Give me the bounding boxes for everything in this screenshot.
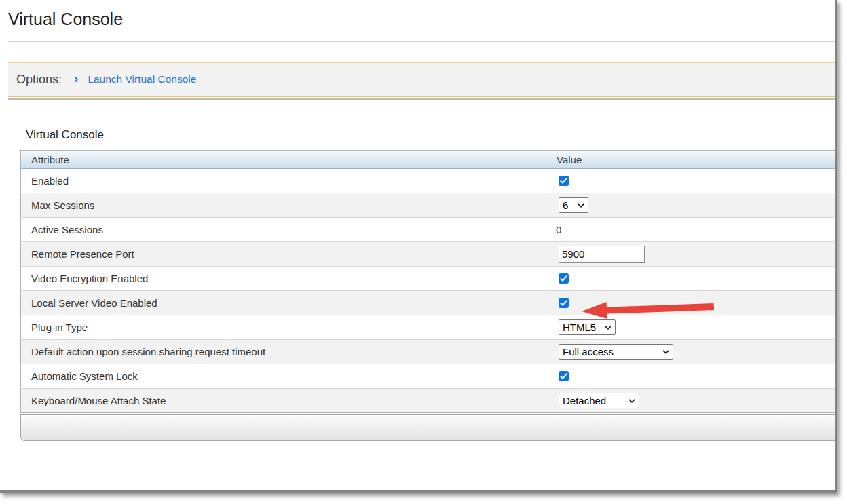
selected-value: Full access bbox=[563, 346, 614, 357]
attribute-label: Default action upon session sharing requ… bbox=[31, 346, 265, 357]
chevron-down-icon bbox=[628, 399, 635, 403]
table-row: Max Sessions 6 bbox=[21, 193, 838, 218]
max-sessions-select[interactable]: 6 bbox=[559, 197, 588, 213]
value-cell bbox=[556, 176, 837, 186]
options-bar: Options: › Launch Virtual Console bbox=[8, 62, 837, 97]
table-row: Keyboard/Mouse Attach State Detached bbox=[21, 389, 838, 413]
chevron-down-icon bbox=[578, 203, 584, 208]
value-cell: HTML5 bbox=[556, 319, 837, 335]
table-header-row: Attribute Value bbox=[21, 151, 838, 169]
plug-in-type-select[interactable]: HTML5 bbox=[559, 319, 616, 335]
remote-presence-port-input[interactable] bbox=[559, 246, 645, 263]
chevron-down-icon bbox=[605, 326, 611, 330]
table-row: Remote Presence Port bbox=[21, 242, 838, 267]
selected-value: Detached bbox=[563, 395, 606, 406]
table-body: Enabled Max Sessions 6 Active Sessions 0… bbox=[21, 169, 838, 413]
keyboard-mouse-attach-state-select[interactable]: Detached bbox=[559, 393, 639, 408]
screenshot-frame: Virtual Console Options: › Launch Virtua… bbox=[0, 0, 837, 493]
value-cell bbox=[556, 298, 837, 308]
column-header-attribute: Attribute bbox=[21, 151, 546, 169]
checkmark-icon bbox=[560, 299, 567, 307]
attribute-label: Automatic System Lock bbox=[31, 370, 138, 382]
value-cell bbox=[556, 371, 837, 381]
selected-value: 6 bbox=[563, 199, 568, 211]
value-cell bbox=[556, 273, 837, 284]
default-action-upon-session-sharing-request-timeout-select[interactable]: Full access bbox=[559, 344, 673, 360]
local-server-video-enabled-checkbox[interactable] bbox=[559, 298, 569, 308]
table-row: Default action upon session sharing requ… bbox=[21, 340, 838, 364]
checkmark-icon bbox=[560, 372, 567, 380]
selected-value: HTML5 bbox=[563, 322, 596, 333]
attribute-label: Video Encryption Enabled bbox=[31, 273, 148, 284]
enabled-checkbox[interactable] bbox=[559, 176, 569, 186]
checkmark-icon bbox=[560, 177, 567, 185]
table-row: Video Encryption Enabled bbox=[21, 267, 838, 291]
table-footer bbox=[20, 414, 837, 441]
section-title: Virtual Console bbox=[26, 128, 835, 142]
chevron-down-icon bbox=[662, 350, 669, 354]
attribute-label: Keyboard/Mouse Attach State bbox=[31, 395, 166, 406]
automatic-system-lock-checkbox[interactable] bbox=[559, 371, 569, 381]
value-cell: Full access bbox=[556, 344, 837, 360]
table-row: Local Server Video Enabled bbox=[21, 291, 838, 315]
checkmark-icon bbox=[560, 275, 567, 282]
column-header-value: Value bbox=[546, 151, 838, 169]
launch-virtual-console-link[interactable]: Launch Virtual Console bbox=[88, 73, 196, 85]
table-row: Active Sessions 0 bbox=[21, 218, 838, 242]
table-row: Automatic System Lock bbox=[21, 364, 838, 389]
value-cell: Detached bbox=[556, 393, 837, 408]
table-row: Enabled bbox=[21, 169, 838, 193]
page-title: Virtual Console bbox=[0, 0, 835, 29]
attribute-label: Active Sessions bbox=[31, 224, 103, 235]
attribute-label: Local Server Video Enabled bbox=[31, 297, 157, 309]
attribute-label: Plug-in Type bbox=[31, 322, 88, 333]
value-cell bbox=[556, 246, 837, 263]
value-cell: 6 bbox=[556, 197, 837, 213]
options-label: Options: bbox=[16, 73, 62, 87]
table-row: Plug-in Type HTML5 bbox=[21, 315, 838, 340]
chevron-right-icon: › bbox=[74, 72, 78, 87]
active-sessions-value: 0 bbox=[556, 224, 561, 235]
attribute-label: Remote Presence Port bbox=[31, 248, 134, 260]
attribute-label: Enabled bbox=[31, 175, 69, 187]
value-cell: 0 bbox=[556, 224, 837, 235]
virtual-console-table: Attribute Value Enabled Max Sessions 6 A… bbox=[20, 150, 837, 413]
options-divider bbox=[8, 98, 837, 100]
video-encryption-enabled-checkbox[interactable] bbox=[559, 273, 569, 284]
attribute-label: Max Sessions bbox=[31, 199, 94, 211]
title-divider bbox=[8, 41, 837, 42]
